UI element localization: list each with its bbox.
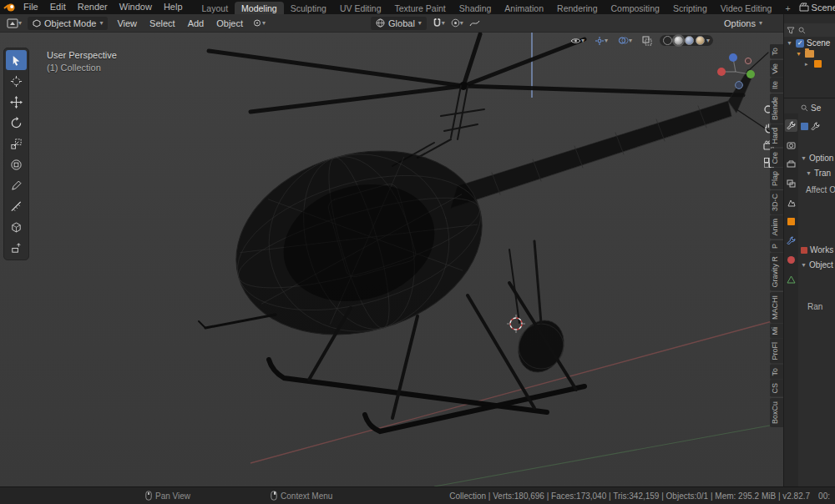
mode-label: Object Mode	[44, 18, 96, 28]
menu-view[interactable]: View	[111, 14, 143, 33]
tab-object-data[interactable]	[785, 273, 797, 285]
measure-tool[interactable]	[6, 196, 27, 216]
sidebar-tab-boxcu[interactable]: BoxCu	[770, 398, 783, 427]
panel-options[interactable]: ▼ Option	[801, 154, 833, 163]
viewport-canvas[interactable]: User Perspective (1) Collection	[0, 33, 783, 486]
proportional-editing-toggle[interactable]: ▾	[448, 18, 466, 28]
mode-selector[interactable]: Object Mode ▾	[28, 17, 108, 30]
scene-selector[interactable]: Scene	[797, 3, 835, 13]
add-cube-tool[interactable]	[6, 217, 27, 237]
sidebar-tab-view[interactable]: Vie	[770, 60, 783, 78]
panel-object[interactable]: ▼ Object	[801, 260, 833, 270]
caret-open-icon: ▼	[801, 155, 807, 161]
sidebar-tab-tool[interactable]: To	[770, 44, 783, 59]
tab-modifiers[interactable]	[785, 234, 797, 247]
xray-toggle[interactable]	[640, 36, 655, 46]
menu-help[interactable]: Help	[158, 0, 189, 14]
sidebar-tab-anim[interactable]: Anim	[770, 215, 783, 239]
tab-texture-paint[interactable]: Texture Paint	[388, 2, 453, 14]
add-workspace-button[interactable]: +	[778, 2, 797, 14]
blender-window: File Edit Render Window Help Layout Mode…	[0, 0, 835, 504]
sidebar-tab-machi[interactable]: MACHI	[770, 292, 783, 323]
options-button[interactable]: Options ▾	[719, 17, 767, 30]
extrude-tool[interactable]	[6, 238, 27, 258]
panel-transform-label: Tran	[814, 169, 831, 178]
scale-tool[interactable]	[6, 134, 27, 154]
search-icon[interactable]	[798, 27, 806, 34]
shading-wireframe-button[interactable]	[663, 36, 672, 45]
tab-scripting[interactable]: Scripting	[666, 2, 714, 14]
caret-open-icon: ▼	[806, 170, 812, 176]
move-tool[interactable]	[6, 92, 27, 112]
object-visibility-button[interactable]: ▾	[568, 37, 587, 45]
chevron-down-icon: ▾	[581, 38, 584, 44]
tab-scene[interactable]	[785, 196, 797, 209]
panel-transform[interactable]: ▼ Tran	[806, 169, 831, 178]
menu-edit[interactable]: Edit	[44, 0, 72, 14]
overlays-toggle[interactable]: ▾	[615, 36, 635, 45]
collection-label: (1) Collection	[47, 62, 117, 74]
outliner-row-object[interactable]: ▸	[784, 58, 835, 68]
tab-active-tool[interactable]	[785, 119, 797, 132]
panel-workspace[interactable]: Works	[801, 245, 833, 255]
sidebar-tab-cre[interactable]: Cre	[770, 149, 783, 168]
editor-type-button[interactable]: ▾	[4, 18, 24, 28]
navigation-gizmo[interactable]	[716, 51, 757, 91]
menu-window[interactable]: Window	[114, 0, 158, 14]
sidebar-tab-hard[interactable]: Hard	[770, 124, 783, 148]
sidebar-tab-item[interactable]: Ite	[770, 78, 783, 93]
tab-shading[interactable]: Shading	[453, 2, 498, 14]
tab-compositing[interactable]: Compositing	[605, 2, 666, 14]
sidebar-tab-profl[interactable]: ProFl	[770, 339, 783, 364]
snap-toggle[interactable]: ▾	[430, 18, 448, 28]
sidebar-tab-cs[interactable]: CS	[770, 380, 783, 397]
sidebar-tab-blende[interactable]: Blende	[770, 93, 783, 123]
cursor-tool[interactable]	[6, 71, 27, 91]
tab-output[interactable]	[785, 158, 797, 170]
tab-video-editing[interactable]: Video Editing	[714, 2, 779, 14]
tab-physics[interactable]	[785, 254, 797, 266]
caret-open-icon[interactable]: ▼	[787, 40, 793, 46]
rotate-tool[interactable]	[6, 113, 27, 133]
annotate-tool[interactable]	[6, 175, 27, 195]
menu-add[interactable]: Add	[182, 14, 210, 33]
sidebar-tab-plap[interactable]: Plap	[770, 168, 783, 189]
select-box-tool[interactable]	[6, 50, 27, 70]
outliner-row-collection[interactable]: ▼	[784, 48, 835, 58]
checkbox-icon[interactable]: ✓	[796, 39, 804, 48]
shading-material-button[interactable]	[685, 36, 694, 45]
menu-select[interactable]: Select	[144, 14, 181, 33]
filter-icon[interactable]	[787, 27, 795, 34]
tab-sculpting[interactable]: Sculpting	[284, 2, 333, 14]
sidebar-tab-mi[interactable]: Mi	[770, 324, 783, 339]
gizmos-toggle[interactable]: ▾	[592, 36, 610, 46]
caret-open-icon[interactable]: ▼	[796, 51, 802, 57]
shading-solid-button[interactable]	[674, 36, 683, 45]
menu-object[interactable]: Object	[210, 14, 249, 33]
tab-animation[interactable]: Animation	[498, 2, 550, 14]
tab-uv-editing[interactable]: UV Editing	[333, 2, 388, 14]
chevron-down-icon: ▾	[99, 20, 103, 27]
sidebar-tab-to2[interactable]: To	[770, 365, 783, 380]
transform-pivot-button[interactable]: ▾	[250, 18, 268, 28]
menu-file[interactable]: File	[18, 0, 44, 14]
caret-right-icon[interactable]: ▸	[805, 61, 812, 68]
tab-object[interactable]	[785, 215, 797, 228]
menu-render[interactable]: Render	[72, 0, 114, 14]
outliner-row-scene[interactable]: ▼ ✓ Scene	[784, 37, 835, 48]
tab-render[interactable]	[785, 139, 797, 151]
tab-layout[interactable]: Layout	[195, 2, 235, 14]
falloff-curve-icon[interactable]	[467, 18, 483, 28]
transform-tool[interactable]	[6, 154, 27, 174]
sidebar-tab-3dc[interactable]: 3D-C	[770, 190, 783, 214]
blender-logo-icon[interactable]	[3, 2, 16, 13]
shading-rendered-button[interactable]	[696, 36, 705, 45]
orientation-selector[interactable]: Global ▾	[371, 17, 427, 30]
properties-search[interactable]: Se	[801, 103, 821, 113]
chevron-down-icon: ▾	[460, 20, 463, 27]
tab-modeling[interactable]: Modeling	[235, 2, 284, 14]
sidebar-tab-p[interactable]: P	[770, 240, 783, 252]
tab-view-layer[interactable]	[785, 177, 797, 189]
sidebar-tab-gravity[interactable]: Gravity R	[770, 253, 783, 291]
tab-rendering[interactable]: Rendering	[550, 2, 604, 14]
